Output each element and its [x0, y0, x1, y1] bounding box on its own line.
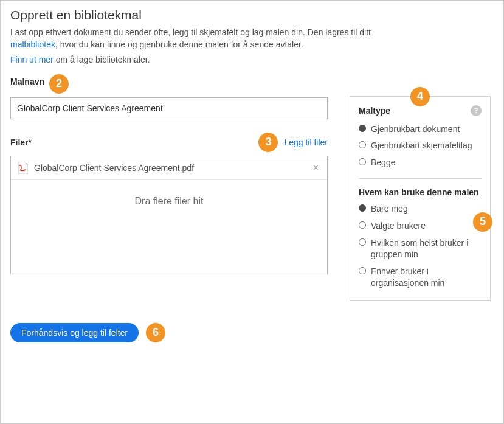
radio-icon [359, 158, 366, 165]
radio-icon [359, 204, 366, 212]
panel-divider [359, 178, 482, 179]
add-files-link[interactable]: Legg til filer [284, 137, 328, 147]
radio-label: Bare meg [371, 203, 408, 215]
template-type-options: Gjenbrukbart dokument Gjenbrukbart skjem… [359, 123, 482, 169]
step-badge-4: 4 [410, 87, 430, 106]
learn-more-link[interactable]: Finn ut mer [10, 55, 54, 64]
template-type-title: Maltype [359, 106, 390, 116]
page-title: Opprett en bibliotekmal [10, 8, 494, 23]
learn-more-text: Finn ut mer om å lage bibliotekmaler. [10, 55, 494, 64]
radio-label: Hvilken som helst bruker i gruppen min [371, 237, 482, 260]
template-type-option-reusable-document[interactable]: Gjenbrukbart dokument [359, 123, 482, 135]
file-name: GlobalCorp Client Services Agreement.pdf [34, 163, 311, 173]
radio-label: Gjenbrukbart dokument [371, 123, 460, 135]
who-option-any-in-group[interactable]: Hvilken som helst bruker i gruppen min [359, 237, 482, 260]
template-library-link[interactable]: malbibliotek [10, 40, 55, 49]
who-can-use-options: Bare meg Valgte brukere Hvilken som hels… [359, 203, 482, 288]
preview-add-fields-button[interactable]: Forhåndsvis og legg til felter [10, 323, 139, 342]
template-type-option-both[interactable]: Begge [359, 157, 482, 169]
radio-icon [359, 238, 366, 246]
radio-label: Enhver bruker i organisasjonen min [371, 266, 482, 289]
who-option-any-in-org[interactable]: Enhver bruker i organisasjonen min [359, 266, 482, 289]
template-type-option-form-field-layer[interactable]: Gjenbrukbart skjemafeltlag [359, 140, 482, 151]
radio-icon [359, 141, 366, 148]
radio-icon [359, 125, 366, 132]
help-icon[interactable]: ? [471, 105, 482, 116]
radio-icon [359, 221, 366, 229]
step-badge-3: 3 [258, 133, 278, 152]
template-name-label: Malnavn [10, 77, 44, 86]
options-panel: 4 Maltype ? Gjenbrukbart dokument Gjenbr… [350, 96, 491, 301]
step-badge-2: 2 [49, 74, 69, 94]
files-label: Filer* [10, 137, 32, 147]
intro-after: , hvor du kan finne og gjenbruke denne m… [55, 40, 303, 49]
intro-before: Last opp ethvert dokument du sender ofte… [10, 27, 371, 37]
radio-label: Begge [371, 157, 395, 169]
remove-file-button[interactable]: × [311, 162, 321, 173]
file-item: GlobalCorp Client Services Agreement.pdf… [11, 156, 327, 180]
radio-label: Valgte brukere [371, 220, 426, 232]
who-option-only-me[interactable]: Bare meg [359, 203, 482, 215]
radio-icon [359, 267, 366, 274]
intro-text: Last opp ethvert dokument du sender ofte… [10, 26, 375, 51]
step-badge-5: 5 [473, 212, 492, 232]
radio-label: Gjenbrukbart skjemafeltlag [371, 140, 472, 151]
step-badge-6: 6 [146, 323, 165, 342]
learn-more-after: om å lage bibliotekmaler. [54, 55, 150, 64]
files-dropzone[interactable]: GlobalCorp Client Services Agreement.pdf… [10, 156, 328, 274]
who-can-use-title: Hvem kan bruke denne malen [359, 187, 479, 197]
template-name-input[interactable] [10, 97, 328, 119]
drop-zone-text: Dra flere filer hit [11, 180, 327, 274]
who-option-selected-users[interactable]: Valgte brukere [359, 220, 482, 232]
pdf-icon [17, 162, 28, 174]
